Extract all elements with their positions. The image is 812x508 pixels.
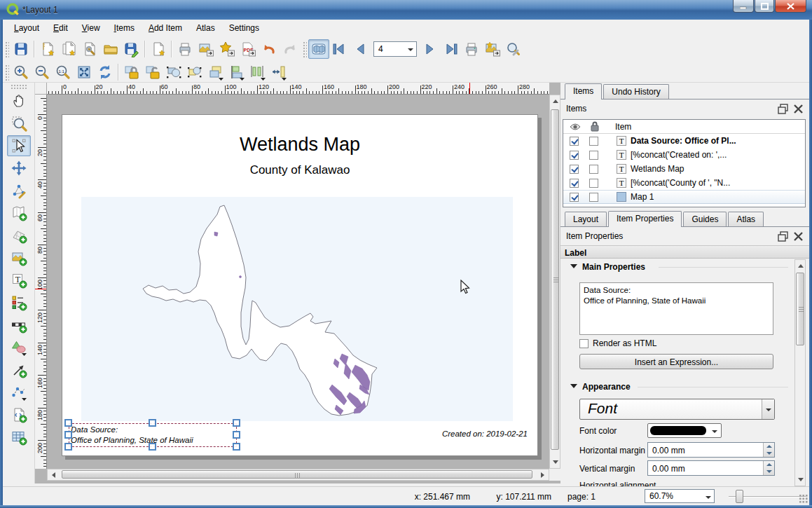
last-feature-button[interactable] <box>440 39 461 59</box>
tab-item-properties[interactable]: Item Properties <box>608 211 682 227</box>
visibility-checkbox[interactable] <box>570 137 579 146</box>
add-arrow-button[interactable] <box>7 359 31 380</box>
font-color-picker[interactable] <box>647 423 722 438</box>
save-project-button[interactable] <box>11 39 32 59</box>
selection-handle[interactable] <box>233 443 240 451</box>
export-svg-button[interactable] <box>216 39 238 59</box>
zoom-tool-button[interactable] <box>7 113 31 134</box>
print-button[interactable] <box>174 39 195 59</box>
tab-items[interactable]: Items <box>565 83 602 99</box>
map-item[interactable] <box>81 197 513 421</box>
next-feature-button[interactable] <box>419 39 440 59</box>
toolbar-drag-handle[interactable] <box>11 84 27 89</box>
vertical-margin-spinbox[interactable]: 0.00 mm <box>647 460 775 476</box>
print-atlas-button[interactable] <box>461 39 482 59</box>
items-list-row[interactable]: TWetlands Map <box>563 162 805 176</box>
selection-handle[interactable] <box>64 419 72 427</box>
selection-handle[interactable] <box>149 419 156 427</box>
zoom-slider[interactable] <box>729 487 806 506</box>
selection-handle[interactable] <box>64 431 72 439</box>
atlas-settings-button[interactable] <box>503 39 524 59</box>
window-resize-grip[interactable] <box>799 494 808 503</box>
export-atlas-button[interactable] <box>482 39 503 59</box>
zoom-full-button[interactable] <box>74 62 95 82</box>
horizontal-scroll-thumb[interactable] <box>62 470 532 479</box>
items-list-row[interactable]: Map 1 <box>563 190 805 204</box>
redo-button[interactable] <box>280 39 301 59</box>
add-map-button[interactable] <box>7 202 31 224</box>
previous-feature-button[interactable] <box>350 39 371 59</box>
undo-button[interactable] <box>259 39 280 59</box>
float-panel-icon[interactable] <box>778 104 788 114</box>
visibility-checkbox[interactable] <box>570 179 579 188</box>
open-template-button[interactable] <box>100 39 121 59</box>
zoom-actual-button[interactable]: 1:1 <box>53 62 74 82</box>
raise-items-button[interactable] <box>205 62 226 82</box>
move-content-button[interactable] <box>7 158 31 179</box>
close-panel-icon[interactable] <box>793 104 804 114</box>
selection-handle[interactable] <box>64 443 72 451</box>
map-subtitle-label[interactable]: County of Kalawao <box>62 163 537 177</box>
lock-checkbox[interactable] <box>589 151 598 160</box>
edit-nodes-button[interactable] <box>7 180 31 201</box>
menu-layout[interactable]: Layout <box>7 20 46 36</box>
export-pdf-button[interactable]: PDF <box>238 39 259 59</box>
lock-checkbox[interactable] <box>589 137 598 146</box>
add-items-from-template-button[interactable] <box>148 39 169 59</box>
duplicate-layout-button[interactable] <box>58 39 79 59</box>
new-layout-button[interactable] <box>37 39 58 59</box>
items-list-row[interactable]: TData Source: Office of Pl... <box>563 134 805 148</box>
first-feature-button[interactable] <box>329 39 350 59</box>
main-properties-group[interactable]: Main Properties <box>570 262 645 272</box>
group-items-button[interactable] <box>163 62 184 82</box>
visibility-checkbox[interactable] <box>570 193 579 202</box>
lock-checkbox[interactable] <box>589 179 598 188</box>
toolbar-drag-handle[interactable] <box>4 41 9 57</box>
items-list-row[interactable]: T[%concat('County of ', "N... <box>563 176 805 190</box>
minimize-button[interactable] <box>733 0 754 13</box>
render-as-html-checkbox[interactable] <box>579 339 589 348</box>
close-button[interactable] <box>775 0 806 13</box>
tab-atlas[interactable]: Atlas <box>728 212 764 227</box>
add-3d-map-button[interactable] <box>7 225 31 246</box>
menu-edit[interactable]: Edit <box>46 20 75 36</box>
zoom-slider-handle[interactable] <box>736 490 743 503</box>
pan-button[interactable] <box>7 90 31 111</box>
save-as-template-button[interactable] <box>121 39 142 59</box>
tab-layout[interactable]: Layout <box>565 212 607 227</box>
visibility-checkbox[interactable] <box>570 165 579 174</box>
add-scalebar-button[interactable] <box>7 315 31 336</box>
color-dropdown-arrow[interactable] <box>708 424 721 437</box>
menu-view[interactable]: View <box>75 20 107 36</box>
font-button[interactable]: Font <box>579 399 775 420</box>
ungroup-items-button[interactable] <box>184 62 205 82</box>
canvas-viewport[interactable]: Wetlands Map County of Kalawao <box>47 95 549 469</box>
spin-buttons[interactable] <box>763 443 774 457</box>
add-node-item-button[interactable] <box>7 382 31 403</box>
appearance-group[interactable]: Appearance <box>570 382 631 392</box>
float-panel-icon[interactable] <box>778 231 788 242</box>
maximize-button[interactable] <box>755 0 774 13</box>
font-dropdown-arrow[interactable] <box>762 399 774 419</box>
scroll-down-arrow[interactable] <box>798 478 804 481</box>
scroll-right-arrow[interactable] <box>541 472 544 478</box>
zoom-out-button[interactable] <box>32 62 53 82</box>
vertical-scroll-thumb[interactable] <box>551 109 559 450</box>
items-list-row[interactable]: T[%concat('Created on: ',... <box>563 148 805 162</box>
toolbar-drag-handle[interactable] <box>4 64 9 81</box>
preview-atlas-button[interactable] <box>308 39 329 59</box>
tab-guides[interactable]: Guides <box>683 212 727 227</box>
close-panel-icon[interactable] <box>793 231 804 242</box>
lock-checkbox[interactable] <box>589 165 598 174</box>
scroll-up-arrow[interactable] <box>553 99 558 103</box>
label-text-input[interactable]: Data Source: Office of Planning, State o… <box>579 282 773 335</box>
distribute-items-button[interactable] <box>247 62 268 82</box>
add-label-button[interactable]: T <box>7 270 31 291</box>
menu-settings[interactable]: Settings <box>222 20 266 36</box>
selection-handle[interactable] <box>233 431 240 439</box>
vertical-scrollbar[interactable] <box>549 95 560 469</box>
align-items-button[interactable] <box>226 62 247 82</box>
toolbar-drag-handle[interactable] <box>302 41 307 57</box>
layout-manager-button[interactable] <box>79 39 100 59</box>
add-picture-button[interactable] <box>7 247 31 268</box>
